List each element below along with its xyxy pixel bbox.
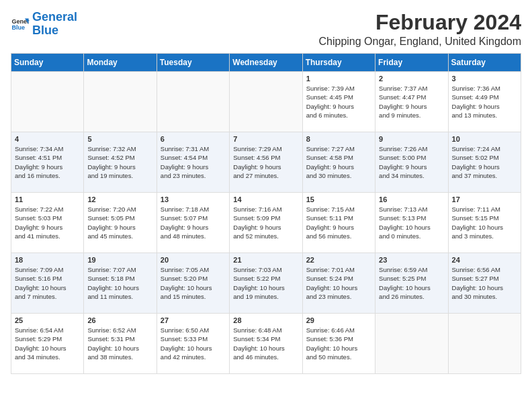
header-saturday: Saturday bbox=[448, 54, 521, 72]
day-number: 24 bbox=[452, 256, 517, 264]
calendar-cell: 7Sunrise: 7:29 AM Sunset: 4:56 PM Daylig… bbox=[230, 132, 302, 193]
calendar-cell: 17Sunrise: 7:11 AM Sunset: 5:15 PM Dayli… bbox=[448, 193, 521, 253]
calendar-cell: 12Sunrise: 7:20 AM Sunset: 5:05 PM Dayli… bbox=[84, 193, 157, 253]
day-info: Sunrise: 7:26 AM Sunset: 5:00 PM Dayligh… bbox=[379, 144, 444, 180]
calendar-cell bbox=[448, 314, 521, 374]
day-info: Sunrise: 7:24 AM Sunset: 5:02 PM Dayligh… bbox=[452, 144, 517, 180]
day-info: Sunrise: 7:16 AM Sunset: 5:09 PM Dayligh… bbox=[233, 205, 298, 240]
header-tuesday: Tuesday bbox=[157, 54, 229, 72]
calendar-cell: 19Sunrise: 7:07 AM Sunset: 5:18 PM Dayli… bbox=[84, 253, 157, 314]
calendar-cell: 11Sunrise: 7:22 AM Sunset: 5:03 PM Dayli… bbox=[11, 193, 84, 253]
day-number: 6 bbox=[161, 135, 226, 143]
day-number: 7 bbox=[233, 135, 298, 143]
calendar-cell: 15Sunrise: 7:15 AM Sunset: 5:11 PM Dayli… bbox=[302, 193, 375, 253]
day-number: 11 bbox=[15, 195, 80, 203]
calendar-cell: 24Sunrise: 6:56 AM Sunset: 5:27 PM Dayli… bbox=[448, 253, 521, 314]
day-info: Sunrise: 6:59 AM Sunset: 5:25 PM Dayligh… bbox=[379, 265, 444, 301]
calendar-cell: 22Sunrise: 7:01 AM Sunset: 5:24 PM Dayli… bbox=[302, 253, 375, 314]
svg-text:Blue: Blue bbox=[11, 24, 25, 31]
day-info: Sunrise: 7:39 AM Sunset: 4:45 PM Dayligh… bbox=[306, 84, 371, 120]
day-info: Sunrise: 7:05 AM Sunset: 5:20 PM Dayligh… bbox=[161, 265, 226, 301]
day-info: Sunrise: 7:22 AM Sunset: 5:03 PM Dayligh… bbox=[15, 205, 80, 240]
calendar-cell: 27Sunrise: 6:50 AM Sunset: 5:33 PM Dayli… bbox=[157, 314, 229, 374]
calendar-cell: 21Sunrise: 7:03 AM Sunset: 5:22 PM Dayli… bbox=[230, 253, 302, 314]
day-number: 18 bbox=[15, 256, 80, 264]
day-number: 12 bbox=[87, 195, 152, 203]
day-number: 27 bbox=[161, 316, 226, 324]
calendar-cell: 2Sunrise: 7:37 AM Sunset: 4:47 PM Daylig… bbox=[375, 72, 448, 132]
calendar-week-1: 1Sunrise: 7:39 AM Sunset: 4:45 PM Daylig… bbox=[11, 72, 521, 132]
day-info: Sunrise: 7:18 AM Sunset: 5:07 PM Dayligh… bbox=[161, 205, 226, 240]
day-info: Sunrise: 7:15 AM Sunset: 5:11 PM Dayligh… bbox=[306, 205, 371, 240]
day-number: 1 bbox=[306, 75, 371, 83]
day-info: Sunrise: 7:31 AM Sunset: 4:54 PM Dayligh… bbox=[161, 144, 226, 180]
calendar-cell: 9Sunrise: 7:26 AM Sunset: 5:00 PM Daylig… bbox=[375, 132, 448, 193]
day-info: Sunrise: 6:46 AM Sunset: 5:36 PM Dayligh… bbox=[306, 326, 371, 361]
day-info: Sunrise: 7:13 AM Sunset: 5:13 PM Dayligh… bbox=[379, 205, 444, 240]
logo-icon: General Blue bbox=[11, 15, 30, 34]
day-info: Sunrise: 7:32 AM Sunset: 4:52 PM Dayligh… bbox=[87, 144, 152, 180]
page-header: General Blue GeneralBlue February 2024 C… bbox=[11, 11, 521, 48]
day-number: 4 bbox=[15, 135, 80, 143]
day-info: Sunrise: 6:48 AM Sunset: 5:34 PM Dayligh… bbox=[233, 326, 298, 361]
calendar-cell bbox=[230, 72, 302, 132]
calendar-week-2: 4Sunrise: 7:34 AM Sunset: 4:51 PM Daylig… bbox=[11, 132, 521, 193]
day-number: 25 bbox=[15, 316, 80, 324]
day-info: Sunrise: 7:07 AM Sunset: 5:18 PM Dayligh… bbox=[87, 265, 152, 301]
calendar-cell: 10Sunrise: 7:24 AM Sunset: 5:02 PM Dayli… bbox=[448, 132, 521, 193]
calendar-cell: 8Sunrise: 7:27 AM Sunset: 4:58 PM Daylig… bbox=[302, 132, 375, 193]
day-info: Sunrise: 6:54 AM Sunset: 5:29 PM Dayligh… bbox=[15, 326, 80, 361]
calendar-week-5: 25Sunrise: 6:54 AM Sunset: 5:29 PM Dayli… bbox=[11, 314, 521, 374]
subtitle: Chipping Ongar, England, United Kingdom bbox=[318, 36, 521, 48]
day-info: Sunrise: 7:20 AM Sunset: 5:05 PM Dayligh… bbox=[87, 205, 152, 240]
day-number: 16 bbox=[379, 195, 444, 203]
calendar-table: SundayMondayTuesdayWednesdayThursdayFrid… bbox=[11, 53, 521, 374]
calendar-cell bbox=[11, 72, 84, 132]
calendar-cell bbox=[84, 72, 157, 132]
main-title: February 2024 bbox=[318, 11, 521, 34]
day-info: Sunrise: 7:09 AM Sunset: 5:16 PM Dayligh… bbox=[15, 265, 80, 301]
calendar-cell: 29Sunrise: 6:46 AM Sunset: 5:36 PM Dayli… bbox=[302, 314, 375, 374]
calendar-header-row: SundayMondayTuesdayWednesdayThursdayFrid… bbox=[11, 54, 521, 72]
header-friday: Friday bbox=[375, 54, 448, 72]
day-number: 2 bbox=[379, 75, 444, 83]
calendar-week-3: 11Sunrise: 7:22 AM Sunset: 5:03 PM Dayli… bbox=[11, 193, 521, 253]
day-number: 3 bbox=[452, 75, 517, 83]
day-number: 29 bbox=[306, 316, 371, 324]
calendar-cell: 1Sunrise: 7:39 AM Sunset: 4:45 PM Daylig… bbox=[302, 72, 375, 132]
day-info: Sunrise: 7:03 AM Sunset: 5:22 PM Dayligh… bbox=[233, 265, 298, 301]
header-sunday: Sunday bbox=[11, 54, 84, 72]
day-number: 28 bbox=[233, 316, 298, 324]
calendar-cell: 4Sunrise: 7:34 AM Sunset: 4:51 PM Daylig… bbox=[11, 132, 84, 193]
calendar-cell: 3Sunrise: 7:36 AM Sunset: 4:49 PM Daylig… bbox=[448, 72, 521, 132]
day-info: Sunrise: 6:56 AM Sunset: 5:27 PM Dayligh… bbox=[452, 265, 517, 301]
day-number: 22 bbox=[306, 256, 371, 264]
calendar-cell: 28Sunrise: 6:48 AM Sunset: 5:34 PM Dayli… bbox=[230, 314, 302, 374]
calendar-cell bbox=[157, 72, 229, 132]
calendar-cell: 16Sunrise: 7:13 AM Sunset: 5:13 PM Dayli… bbox=[375, 193, 448, 253]
calendar-cell: 6Sunrise: 7:31 AM Sunset: 4:54 PM Daylig… bbox=[157, 132, 229, 193]
day-info: Sunrise: 6:50 AM Sunset: 5:33 PM Dayligh… bbox=[161, 326, 226, 361]
calendar-cell: 18Sunrise: 7:09 AM Sunset: 5:16 PM Dayli… bbox=[11, 253, 84, 314]
logo: General Blue GeneralBlue bbox=[11, 11, 77, 38]
logo-text: GeneralBlue bbox=[32, 11, 77, 38]
day-info: Sunrise: 7:36 AM Sunset: 4:49 PM Dayligh… bbox=[452, 84, 517, 120]
day-number: 8 bbox=[306, 135, 371, 143]
header-thursday: Thursday bbox=[302, 54, 375, 72]
day-number: 17 bbox=[452, 195, 517, 203]
day-info: Sunrise: 6:52 AM Sunset: 5:31 PM Dayligh… bbox=[87, 326, 152, 361]
header-monday: Monday bbox=[84, 54, 157, 72]
day-number: 23 bbox=[379, 256, 444, 264]
calendar-cell: 25Sunrise: 6:54 AM Sunset: 5:29 PM Dayli… bbox=[11, 314, 84, 374]
calendar-cell: 13Sunrise: 7:18 AM Sunset: 5:07 PM Dayli… bbox=[157, 193, 229, 253]
calendar-week-4: 18Sunrise: 7:09 AM Sunset: 5:16 PM Dayli… bbox=[11, 253, 521, 314]
calendar-cell: 23Sunrise: 6:59 AM Sunset: 5:25 PM Dayli… bbox=[375, 253, 448, 314]
day-info: Sunrise: 7:11 AM Sunset: 5:15 PM Dayligh… bbox=[452, 205, 517, 240]
day-number: 19 bbox=[87, 256, 152, 264]
day-info: Sunrise: 7:29 AM Sunset: 4:56 PM Dayligh… bbox=[233, 144, 298, 180]
day-number: 20 bbox=[161, 256, 226, 264]
day-number: 9 bbox=[379, 135, 444, 143]
header-wednesday: Wednesday bbox=[230, 54, 302, 72]
day-info: Sunrise: 7:01 AM Sunset: 5:24 PM Dayligh… bbox=[306, 265, 371, 301]
day-number: 5 bbox=[87, 135, 152, 143]
